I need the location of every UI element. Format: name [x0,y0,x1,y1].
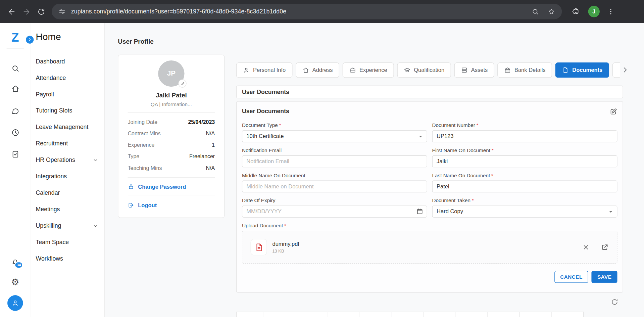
extensions-icon[interactable] [572,7,580,15]
sidebar-item-calendar[interactable]: Calendar [36,185,104,201]
tab-label: Qualification [414,67,444,73]
site-info-icon[interactable] [58,8,66,15]
documents-form: Document Type* 10th Certificate Document… [242,123,617,218]
field-document-taken: Document Taken* Hard Copy [432,198,617,218]
upload-dropzone[interactable]: dummy.pdf 13 KB [242,231,617,264]
sidebar-item-integrations[interactable]: Integrations [36,168,104,185]
tabs-scroll-right-icon[interactable] [621,66,629,74]
home-icon [302,66,309,74]
sidebar-item-tutoring-slots[interactable]: Tutoring Slots [36,102,104,119]
notifications-button[interactable]: 34 [7,253,23,270]
table-cell [455,312,487,317]
logout-label: Logout [138,202,157,208]
document-type-select[interactable]: 10th Certificate [242,130,427,142]
nav-label: Recruitment [36,140,68,147]
chevron-down-icon [92,157,98,163]
sidebar-item-meetings[interactable]: Meetings [36,201,104,218]
cancel-button[interactable]: CANCEL [554,271,588,283]
rail-home-button[interactable] [7,80,23,97]
detail-label: Type [128,153,139,159]
logout-icon [128,202,135,209]
tab-personal-info[interactable]: Personal Info [236,62,292,77]
reload-button[interactable] [34,4,48,19]
sidebar-item-workflows[interactable]: Workflows [36,251,104,267]
sidebar-item-hr-operations[interactable]: HR Operations [36,152,104,168]
tab-address[interactable]: Address [296,62,339,77]
sidebar-item-leave-management[interactable]: Leave Management [36,119,104,135]
table-cell [327,312,359,317]
date-of-expiry-input[interactable] [242,206,427,218]
change-password-label: Change Password [138,184,186,190]
bookmark-star-icon[interactable] [547,8,555,15]
tab-documents[interactable]: Documents [555,62,609,77]
detail-row: TypeFreelancer [128,150,215,162]
field-label: Middle Name On Document [242,173,305,178]
sidebar-item-attendance[interactable]: Attendance [36,70,104,86]
first-name-input[interactable] [432,155,617,168]
screen: zupians.com/profile/documents?user=b5970… [0,0,644,317]
briefcase-icon [349,66,356,74]
tab-experience[interactable]: Experience [343,62,394,77]
document-number-input[interactable] [432,130,617,142]
nav-label: HR Operations [36,156,75,163]
tab-label: Address [312,67,333,73]
edit-icon[interactable] [609,108,617,116]
url-bar[interactable]: zupians.com/profile/documents?user=b5970… [52,4,562,19]
nav-label: Dashboard [36,58,65,65]
middle-name-input[interactable] [242,181,427,193]
documents-table-top [236,312,584,317]
rail-chat-button[interactable] [7,103,23,119]
field-label: Last Name On Document [432,173,490,178]
logout-link[interactable]: Logout [128,196,215,214]
nav-label: Team Space [36,239,69,245]
support-button[interactable] [7,295,23,311]
field-label-row: Notification Email [242,148,427,153]
zoom-icon[interactable] [532,8,539,15]
tab-emergency[interactable]: Emergency [612,62,620,77]
browser-menu-icon[interactable] [607,7,615,15]
last-name-input[interactable] [432,181,617,193]
detail-row: Joining Date25/04/2023 [128,116,215,127]
sidebar-collapse-toggle[interactable] [26,36,34,44]
field-label-row: First Name On Document* [432,148,617,153]
avatar-wrap: JP [158,60,184,87]
rail-search-button[interactable] [7,60,23,77]
tab-assets[interactable]: Assets [454,62,494,77]
tab-qualification[interactable]: Qualification [397,62,451,77]
sidebar-item-payroll[interactable]: Payroll [36,86,104,102]
app-logo[interactable]: Z [0,31,31,44]
back-button[interactable] [4,4,19,19]
file-meta: dummy.pdf 13 KB [272,241,582,253]
rail-tasks-button[interactable] [7,145,23,162]
change-password-link[interactable]: Change Password [128,177,215,196]
rail-time-button[interactable] [7,124,23,141]
field-label-row: Date Of Expiry [242,198,427,203]
file-thumbnail [251,239,267,255]
avatar-initial: J [592,8,595,14]
user-documents-panel: User Documents Document Type* 10th Certi… [236,101,623,293]
document-icon [562,66,569,74]
tab-bank-details[interactable]: Bank Details [498,62,552,77]
nav-label: Payroll [36,91,54,98]
sidebar-item-upskilling[interactable]: Upskilling [36,218,104,234]
save-button[interactable]: SAVE [592,271,617,283]
detail-row: Contract MinsN/A [128,128,215,139]
clipboard-check-icon [11,149,19,158]
sidebar-item-recruitment[interactable]: Recruitment [36,135,104,152]
lock-icon [128,183,135,190]
open-file-icon[interactable] [601,243,609,251]
browser-profile-avatar[interactable]: J [588,6,600,17]
notification-email-input[interactable] [242,155,427,168]
avatar-edit-button[interactable] [178,79,186,87]
forward-button[interactable] [19,4,34,19]
contact-card-icon [619,66,620,74]
sidebar-item-team-space[interactable]: Team Space [36,234,104,251]
table-refresh-button[interactable] [611,298,618,306]
field-label-row: Last Name On Document* [432,173,617,178]
pdf-file-icon [254,242,263,252]
section-title: User Documents [242,108,289,115]
sidebar-item-dashboard[interactable]: Dashboard [36,53,104,70]
settings-button[interactable]: ⚙ [7,274,23,290]
remove-file-icon[interactable] [582,243,590,251]
document-taken-select[interactable]: Hard Copy [432,206,617,218]
